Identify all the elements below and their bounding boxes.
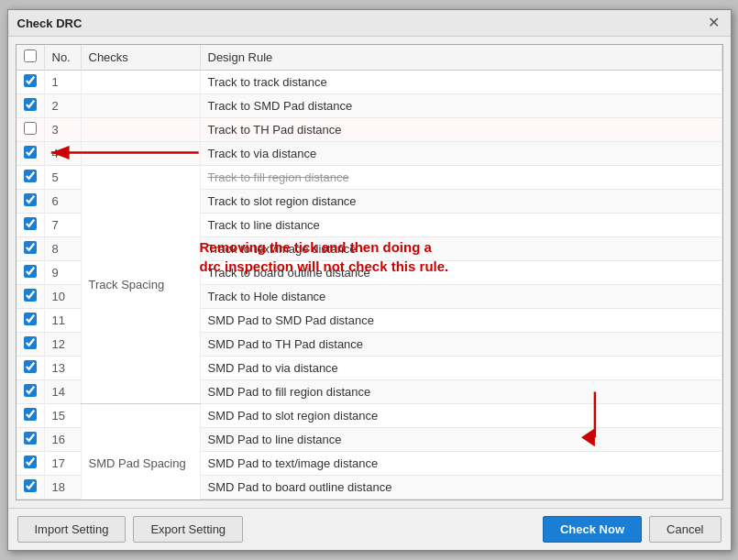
drc-table: No. Checks Design Rule 1Track to track d… xyxy=(17,45,722,500)
checkbox-row-4[interactable] xyxy=(24,146,37,159)
row-design-rule: SMD Pad to SMD Pad distance xyxy=(200,309,721,333)
footer-right-buttons: Check Now Cancel xyxy=(543,516,721,543)
row-design-rule: Track to fill region distance xyxy=(200,166,721,190)
row-number: 13 xyxy=(44,357,81,380)
row-checkbox-cell xyxy=(17,214,45,237)
table-row: 15SMD Pad SpacingSMD Pad to slot region … xyxy=(17,404,722,428)
row-checks-group xyxy=(81,118,200,142)
row-number: 19 xyxy=(44,500,81,501)
row-checkbox-cell xyxy=(17,237,45,261)
row-number: 15 xyxy=(44,404,81,428)
checkbox-row-18[interactable] xyxy=(24,479,37,492)
row-number: 7 xyxy=(44,214,81,237)
row-design-rule: Track to Hole distance xyxy=(200,285,721,309)
checkbox-row-15[interactable] xyxy=(24,408,37,421)
checkbox-row-8[interactable] xyxy=(24,241,37,254)
row-number: 1 xyxy=(44,71,81,94)
table-row: 4Track to via distance xyxy=(17,142,722,166)
checkbox-row-1[interactable] xyxy=(24,74,37,87)
row-checkbox-cell xyxy=(17,380,45,404)
table-row: 1Track to track distance xyxy=(17,71,722,94)
row-number: 17 xyxy=(44,452,81,476)
row-design-rule: SMD Pad to text/image distance xyxy=(200,452,721,476)
checkbox-row-10[interactable] xyxy=(24,289,37,302)
title-bar: Check DRC ✕ xyxy=(8,10,731,37)
row-checkbox-cell xyxy=(17,476,45,500)
checkbox-row-2[interactable] xyxy=(24,98,37,111)
checkbox-row-16[interactable] xyxy=(24,432,37,445)
row-number: 8 xyxy=(44,237,81,261)
checkbox-row-9[interactable] xyxy=(24,265,37,278)
row-checkbox-cell xyxy=(17,142,45,166)
close-button[interactable]: ✕ xyxy=(706,16,721,30)
row-number: 12 xyxy=(44,333,81,357)
check-now-button[interactable]: Check Now xyxy=(543,516,642,543)
table-container: No. Checks Design Rule 1Track to track d… xyxy=(16,44,723,500)
row-checks-group: SMD Pad Spacing xyxy=(81,404,200,501)
row-number: 10 xyxy=(44,285,81,309)
row-design-rule: Track to text/image distance xyxy=(200,237,721,261)
row-number: 4 xyxy=(44,142,81,166)
row-design-rule: Track to TH Pad distance xyxy=(200,118,721,142)
header-no: No. xyxy=(44,45,81,71)
row-checkbox-cell xyxy=(17,190,45,214)
row-checkbox-cell xyxy=(17,452,45,476)
header-design-rule: Design Rule xyxy=(200,45,721,71)
row-checkbox-cell xyxy=(17,118,45,142)
row-number: 14 xyxy=(44,380,81,404)
row-checkbox-cell xyxy=(17,333,45,357)
checkbox-row-17[interactable] xyxy=(24,456,37,468)
row-checkbox-cell xyxy=(17,71,45,94)
checkbox-row-5[interactable] xyxy=(24,170,37,182)
row-design-rule: Track to track distance xyxy=(200,71,721,94)
row-checks-group xyxy=(81,71,200,94)
row-number: 5 xyxy=(44,166,81,190)
checkbox-row-6[interactable] xyxy=(24,193,37,206)
import-setting-button[interactable]: Import Setting xyxy=(17,516,127,543)
row-design-rule: SMD Pad to slot region distance xyxy=(200,404,721,428)
row-design-rule: Track to via distance xyxy=(200,142,721,166)
header-checks: Checks xyxy=(81,45,200,71)
table-row: 5Track SpacingTrack to fill region dista… xyxy=(17,166,722,190)
row-number: 2 xyxy=(44,94,81,118)
row-design-rule: SMD Pad to via distance xyxy=(200,357,721,380)
checkbox-row-3[interactable] xyxy=(24,122,37,135)
checkbox-row-13[interactable] xyxy=(24,360,37,373)
row-number: 18 xyxy=(44,476,81,500)
row-design-rule: SMD Pad to TH Pad distance xyxy=(200,333,721,357)
row-checks-group: Track Spacing xyxy=(81,166,200,404)
checkbox-row-14[interactable] xyxy=(24,384,37,397)
row-checkbox-cell xyxy=(17,309,45,333)
row-design-rule: Track to board outline distance xyxy=(200,261,721,285)
row-checkbox-cell xyxy=(17,285,45,309)
row-checkbox-cell xyxy=(17,94,45,118)
export-setting-button[interactable]: Export Setting xyxy=(133,516,243,543)
header-checkbox xyxy=(17,45,45,71)
row-number: 3 xyxy=(44,118,81,142)
checkbox-row-12[interactable] xyxy=(24,336,37,349)
row-design-rule: SMD Pad to Hole distance xyxy=(200,500,721,501)
row-checks-group xyxy=(81,142,200,166)
table-header-row: No. Checks Design Rule xyxy=(17,45,722,71)
footer: Import Setting Export Setting Check Now … xyxy=(8,508,731,550)
row-checkbox-cell xyxy=(17,166,45,190)
row-checkbox-cell xyxy=(17,357,45,380)
table-row: 2Track to SMD Pad distance xyxy=(17,94,722,118)
row-number: 6 xyxy=(44,190,81,214)
checkbox-row-7[interactable] xyxy=(24,217,37,230)
row-design-rule: SMD Pad to fill region distance xyxy=(200,380,721,404)
row-design-rule: Track to slot region distance xyxy=(200,190,721,214)
footer-left-buttons: Import Setting Export Setting xyxy=(17,516,244,543)
row-number: 9 xyxy=(44,261,81,285)
dialog-title: Check DRC xyxy=(17,16,83,30)
row-design-rule: Track to SMD Pad distance xyxy=(200,94,721,118)
row-checkbox-cell xyxy=(17,261,45,285)
checkbox-row-11[interactable] xyxy=(24,313,37,325)
row-number: 16 xyxy=(44,428,81,452)
table-row: 3Track to TH Pad distance xyxy=(17,118,722,142)
table-body: 1Track to track distance2Track to SMD Pa… xyxy=(17,71,722,501)
row-design-rule: Track to line distance xyxy=(200,214,721,237)
select-all-checkbox[interactable] xyxy=(24,49,37,62)
row-checkbox-cell xyxy=(17,428,45,452)
cancel-button[interactable]: Cancel xyxy=(649,516,721,543)
